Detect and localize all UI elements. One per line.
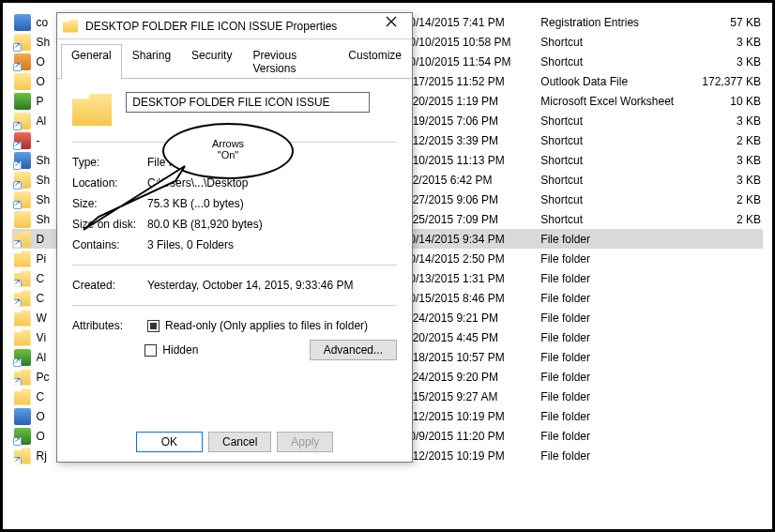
shortcut-arrow-icon xyxy=(13,378,22,387)
file-date: 10/13/2015 1:31 PM xyxy=(403,272,541,285)
hidden-checkbox[interactable] xyxy=(144,344,157,357)
file-type: File folder xyxy=(540,233,687,246)
file-icon xyxy=(14,369,31,386)
file-icon xyxy=(14,191,31,208)
shortcut-arrow-icon xyxy=(13,142,22,150)
file-icon xyxy=(14,388,31,405)
file-size: 172,377 KB xyxy=(688,75,761,88)
value-contains: 3 Files, 0 Folders xyxy=(147,238,234,251)
file-icon xyxy=(14,34,31,51)
file-icon xyxy=(14,408,31,425)
file-icon xyxy=(14,73,31,90)
label-size: Size: xyxy=(72,197,147,210)
file-type: Shortcut xyxy=(540,114,687,128)
file-date: 9/24/2015 9:21 PM xyxy=(403,312,541,325)
apply-button[interactable]: Apply xyxy=(277,432,333,452)
ok-button[interactable]: OK xyxy=(136,432,203,452)
file-date: 10/10/2015 10:58 PM xyxy=(403,36,541,49)
file-size: 2 KB xyxy=(688,193,761,206)
dialog-title: DESKTOP FOLDER FILE ICON ISSUE Propertie… xyxy=(85,20,376,33)
file-date: 9/15/2015 9:27 AM xyxy=(403,390,541,403)
file-type: Shortcut xyxy=(540,193,687,206)
shortcut-arrow-icon xyxy=(13,201,22,209)
file-icon xyxy=(14,448,31,464)
file-date: 9/24/2015 9:20 PM xyxy=(403,371,541,384)
file-type: File folder xyxy=(540,371,687,384)
file-icon xyxy=(14,211,31,228)
file-icon xyxy=(14,231,31,248)
file-type: Registration Entries xyxy=(540,16,687,29)
file-type: Microsoft Excel Worksheet xyxy=(540,95,687,108)
file-date: 10/9/2015 11:20 PM xyxy=(403,430,541,443)
titlebar[interactable]: DESKTOP FOLDER FILE ICON ISSUE Propertie… xyxy=(57,13,412,39)
file-size: 10 KB xyxy=(688,95,761,108)
file-type: File folder xyxy=(540,449,687,463)
value-location: C:\Users\...\Desktop xyxy=(147,176,248,190)
close-button[interactable] xyxy=(376,16,406,37)
file-type: Outlook Data File xyxy=(540,75,687,88)
file-type: Shortcut xyxy=(540,154,687,167)
file-date: 9/20/2015 4:45 PM xyxy=(403,331,541,344)
file-icon xyxy=(14,428,31,445)
file-date: 8/27/2015 9:06 PM xyxy=(403,193,541,206)
file-type: File folder xyxy=(540,430,687,443)
label-created: Created: xyxy=(72,279,147,292)
file-type: File folder xyxy=(540,312,687,325)
file-icon xyxy=(14,132,31,149)
readonly-checkbox[interactable] xyxy=(147,320,160,332)
shortcut-arrow-icon xyxy=(13,63,22,71)
hidden-label: Hidden xyxy=(162,343,198,357)
tab-sharing[interactable]: Sharing xyxy=(122,44,181,79)
shortcut-arrow-icon xyxy=(13,457,22,465)
advanced-button[interactable]: Advanced... xyxy=(310,340,397,360)
file-date: 10/14/2015 9:34 PM xyxy=(403,233,541,246)
folder-name-input[interactable] xyxy=(126,92,370,113)
file-date: 10/14/2015 7:41 PM xyxy=(403,16,541,29)
file-type: File folder xyxy=(540,390,687,403)
file-type: Shortcut xyxy=(540,174,687,187)
tab-security[interactable]: Security xyxy=(181,44,242,79)
file-icon xyxy=(14,329,31,346)
shortcut-arrow-icon xyxy=(13,181,22,190)
file-icon xyxy=(14,172,31,189)
label-size-on-disk: Size on disk: xyxy=(72,218,147,231)
file-type: File folder xyxy=(540,292,687,305)
file-date: 9/12/2015 10:19 PM xyxy=(403,449,541,463)
label-attributes: Attributes: xyxy=(72,319,147,332)
file-date: 9/2/2015 6:42 PM xyxy=(403,174,541,187)
file-type: File folder xyxy=(540,272,687,285)
file-icon xyxy=(14,270,31,287)
file-date: 9/19/2015 7:06 PM xyxy=(403,114,541,128)
file-size: 3 KB xyxy=(688,114,761,128)
file-type: File folder xyxy=(540,410,687,423)
file-size: 3 KB xyxy=(688,154,761,167)
file-type: Shortcut xyxy=(540,36,687,49)
file-date: 10/14/2015 2:50 PM xyxy=(403,252,541,266)
file-type: Shortcut xyxy=(540,55,687,68)
label-type: Type: xyxy=(72,156,147,169)
file-type: File folder xyxy=(540,252,687,266)
readonly-label: Read-only (Only applies to files in fold… xyxy=(165,319,368,332)
file-icon xyxy=(14,152,31,169)
file-size: 2 KB xyxy=(688,213,761,226)
shortcut-arrow-icon xyxy=(13,240,22,249)
tab-customize[interactable]: Customize xyxy=(338,44,412,79)
tab-general[interactable]: General xyxy=(61,44,122,79)
file-icon xyxy=(14,93,31,110)
file-icon xyxy=(14,53,31,70)
file-date: 9/10/2015 11:13 PM xyxy=(403,154,541,167)
file-date: 9/20/2015 1:19 PM xyxy=(403,95,541,108)
file-size: 3 KB xyxy=(688,174,761,187)
tabs: General Sharing Security Previous Versio… xyxy=(57,43,412,79)
cancel-button[interactable]: Cancel xyxy=(208,432,271,452)
file-date: 9/12/2015 3:39 PM xyxy=(403,134,541,147)
file-date: 10/15/2015 8:46 PM xyxy=(403,292,541,305)
properties-dialog: DESKTOP FOLDER FILE ICON ISSUE Propertie… xyxy=(56,12,413,463)
file-icon xyxy=(14,310,31,327)
shortcut-arrow-icon xyxy=(13,437,22,446)
value-size-on-disk: 80.0 KB (81,920 bytes) xyxy=(147,218,263,231)
file-size: 2 KB xyxy=(688,134,761,147)
value-size: 75.3 KB (...0 bytes) xyxy=(147,197,244,210)
label-location: Location: xyxy=(72,176,147,190)
tab-previous-versions[interactable]: Previous Versions xyxy=(242,44,338,79)
